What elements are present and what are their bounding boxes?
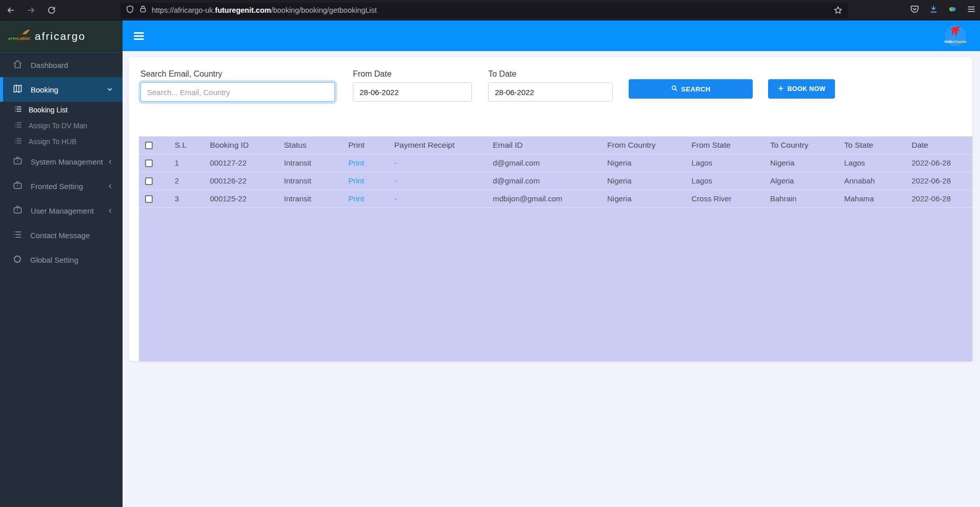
search-icon bbox=[671, 85, 678, 93]
list-icon bbox=[13, 230, 22, 241]
chevron-down-icon bbox=[106, 86, 113, 93]
sidebar-item-label: System Management bbox=[31, 157, 103, 166]
sidebar-item-assign-to-dv-man[interactable]: Assign To DV Man bbox=[0, 118, 123, 133]
row-checkbox[interactable] bbox=[145, 195, 153, 203]
back-icon[interactable] bbox=[6, 6, 15, 15]
cell-email: d@gmail.com bbox=[489, 172, 603, 190]
col-header-to-state: To State bbox=[840, 136, 907, 154]
svg-text:AFRICARGO: AFRICARGO bbox=[8, 36, 31, 41]
book-now-button[interactable]: BOOK NOW bbox=[768, 79, 835, 99]
cell-from-state: Lagos bbox=[687, 172, 766, 190]
briefcase-icon bbox=[13, 205, 22, 216]
cell-status: Intransit bbox=[280, 154, 344, 172]
brand-text: africargo bbox=[35, 30, 86, 42]
booking-list-card: Search Email, Country From Date To Date … bbox=[129, 57, 972, 361]
sidebar-item-system-management[interactable]: System Management bbox=[0, 149, 123, 174]
cell-booking-id: 000125-22 bbox=[206, 190, 280, 208]
sidebar-item-booking-list[interactable]: Booking List bbox=[0, 102, 123, 118]
from-date-group: From Date bbox=[353, 70, 472, 102]
sidebar-item-label: Fronted Setting bbox=[31, 182, 83, 191]
col-header-print: Print bbox=[344, 136, 390, 154]
map-icon bbox=[13, 84, 22, 95]
url-bar[interactable]: https://africargo-uk.futuregenit.com/boo… bbox=[121, 3, 848, 18]
cell-booking-id: 000126-22 bbox=[206, 172, 280, 190]
plus-icon bbox=[778, 85, 784, 93]
book-now-button-label: BOOK NOW bbox=[787, 85, 826, 93]
sidebar: AFRICARGO africargo Dashboard Booking Bo… bbox=[0, 20, 123, 507]
from-date-input[interactable] bbox=[353, 82, 472, 102]
cell-payment-receipt: - bbox=[394, 176, 397, 185]
search-button[interactable]: SEARCH bbox=[629, 79, 753, 99]
search-input[interactable] bbox=[140, 82, 335, 102]
to-date-input[interactable] bbox=[488, 82, 613, 102]
cell-sl: 1 bbox=[171, 154, 206, 172]
col-header-payment-receipt: Payment Receipt bbox=[390, 136, 489, 154]
col-header-date: Date bbox=[907, 136, 972, 154]
sidebar-item-assign-to-hub[interactable]: Assign To HUB bbox=[0, 133, 123, 149]
table-row: 1 000127-22 Intransit Print - d@gmail.co… bbox=[139, 154, 972, 172]
hello-courier-logo[interactable]: HelloCourier bbox=[944, 25, 967, 47]
forward-icon[interactable] bbox=[27, 6, 36, 15]
sidebar-item-booking[interactable]: Booking bbox=[0, 77, 123, 102]
cell-to-country: Algeria bbox=[766, 172, 840, 190]
url-text: https://africargo-uk.futuregenit.com/boo… bbox=[152, 6, 377, 14]
cell-status: Intransit bbox=[280, 190, 344, 208]
to-date-label: To Date bbox=[488, 70, 613, 79]
cell-to-country: Bahrain bbox=[766, 190, 840, 208]
browser-nav-buttons bbox=[6, 0, 56, 20]
sidebar-item-fronted-setting[interactable]: Fronted Setting bbox=[0, 174, 123, 198]
sidebar-item-global-setting[interactable]: Global Setting bbox=[0, 247, 123, 272]
sidebar-item-label: Assign To HUB bbox=[29, 137, 77, 146]
app-root: https://africargo-uk.futuregenit.com/boo… bbox=[0, 0, 980, 507]
col-header-booking-id: Booking ID bbox=[206, 136, 280, 154]
reload-icon[interactable] bbox=[47, 6, 56, 15]
sidebar-item-dashboard[interactable]: Dashboard bbox=[0, 53, 123, 77]
brand-header[interactable]: AFRICARGO africargo bbox=[0, 20, 123, 53]
sidebar-toggle-icon[interactable] bbox=[134, 32, 144, 40]
sidebar-item-label: Booking List bbox=[29, 106, 67, 114]
sidebar-item-label: Global Setting bbox=[30, 256, 78, 264]
row-checkbox[interactable] bbox=[145, 159, 153, 167]
cell-from-state: Lagos bbox=[687, 154, 766, 172]
cell-payment-receipt: - bbox=[394, 158, 397, 167]
lock-icon[interactable] bbox=[139, 5, 147, 15]
cell-booking-id: 000127-22 bbox=[206, 154, 280, 172]
sidebar-item-label: Booking bbox=[31, 85, 58, 94]
cell-to-state: Mahama bbox=[840, 190, 907, 208]
extension-icon[interactable] bbox=[948, 5, 957, 16]
briefcase-icon bbox=[13, 156, 22, 167]
sidebar-item-user-management[interactable]: User Management bbox=[0, 198, 123, 223]
print-link[interactable]: Print bbox=[348, 176, 364, 185]
browser-menu-icon[interactable] bbox=[967, 5, 976, 16]
cell-from-state: Cross River bbox=[687, 190, 766, 208]
search-filter-group: Search Email, Country bbox=[140, 70, 335, 102]
col-header-email: Email ID bbox=[489, 136, 603, 154]
print-link[interactable]: Print bbox=[348, 194, 364, 203]
svg-text:HelloCourier: HelloCourier bbox=[944, 39, 967, 44]
col-header-from-state: From State bbox=[687, 136, 766, 154]
cell-payment-receipt: - bbox=[394, 194, 397, 203]
cell-sl: 3 bbox=[171, 190, 206, 208]
chevron-left-icon bbox=[107, 208, 113, 214]
circle-icon bbox=[13, 255, 22, 265]
cell-from-country: Nigeria bbox=[603, 190, 687, 208]
sidebar-item-label: Contact Message bbox=[30, 231, 90, 240]
africargo-logo-icon: AFRICARGO bbox=[7, 29, 30, 44]
tracking-protection-icon[interactable] bbox=[126, 5, 134, 16]
print-link[interactable]: Print bbox=[348, 158, 364, 167]
table-row: 3 000125-22 Intransit Print - mdbijon@gm… bbox=[139, 190, 972, 208]
row-checkbox[interactable] bbox=[145, 177, 153, 185]
col-header-to-country: To Country bbox=[766, 136, 840, 154]
bookmark-star-icon[interactable] bbox=[833, 6, 843, 15]
list-icon bbox=[14, 105, 22, 114]
table-row: 2 000126-22 Intransit Print - d@gmail.co… bbox=[139, 172, 972, 190]
cell-status: Intransit bbox=[280, 172, 344, 190]
sidebar-item-contact-message[interactable]: Contact Message bbox=[0, 223, 123, 247]
select-all-checkbox[interactable] bbox=[145, 142, 153, 149]
cell-to-state: Annabah bbox=[840, 172, 907, 190]
list-icon bbox=[14, 137, 22, 146]
cell-to-country: Nigeria bbox=[766, 154, 840, 172]
download-icon[interactable] bbox=[929, 5, 938, 16]
pocket-icon[interactable] bbox=[910, 5, 919, 16]
cell-date: 2022-06-28 bbox=[907, 172, 972, 190]
